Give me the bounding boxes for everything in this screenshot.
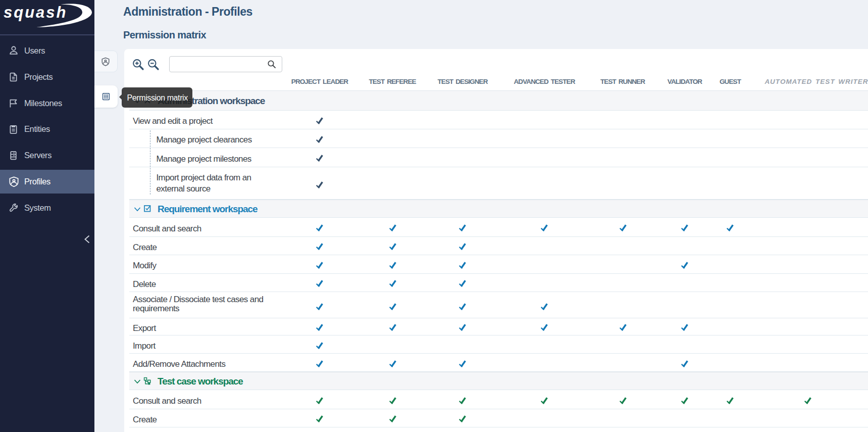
svg-text:squash: squash bbox=[4, 4, 68, 21]
